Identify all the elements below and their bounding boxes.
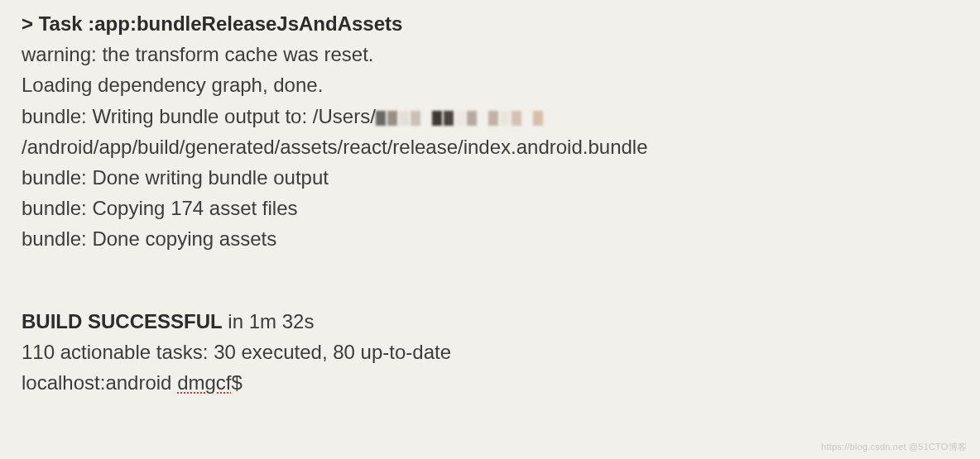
task-name: :app:bundleReleaseJsAndAssets [88,12,402,35]
build-status: BUILD SUCCESSFUL [22,310,223,332]
prompt-host: localhost:android [22,371,177,394]
write-prefix: bundle: Writing bundle output to: /Users… [22,105,376,127]
task-summary: 110 actionable tasks: 30 executed, 80 up… [22,337,968,367]
build-result-line: BUILD SUCCESSFUL in 1m 32s [22,306,968,337]
log-write-output: bundle: Writing bundle output to: /Users… [22,101,968,162]
blank-gap [22,255,968,306]
shell-prompt: localhost:android dmgcf$ [22,367,968,398]
prompt-user: dmgcf [177,371,231,394]
prompt-sigil: $ [231,371,242,394]
log-loading: Loading dependency graph, done. [22,69,968,100]
log-done-copy: bundle: Done copying assets [22,223,968,254]
log-warning: warning: the transform cache was reset. [22,39,968,69]
task-line: > Task :app:bundleReleaseJsAndAssets [22,8,968,39]
log-copying: bundle: Copying 174 asset files [22,193,968,223]
write-suffix: /android/app/build/generated/assets/reac… [22,136,648,158]
task-prefix: > Task [22,12,88,35]
watermark-text: https://blog.csdn.net @51CTO博客 [821,440,967,454]
build-timing: in 1m 32s [223,310,315,332]
log-done-write: bundle: Done writing bundle output [22,162,968,193]
censored-path-segment [376,111,545,126]
